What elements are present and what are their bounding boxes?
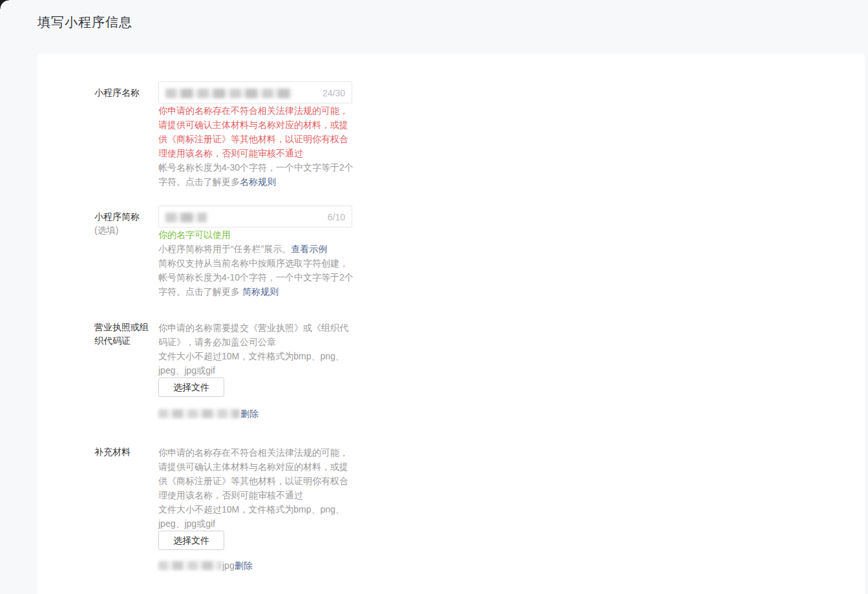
form-row-name: 小程序名称 24/30 你申请的名称存在不符合相关法律法规的可能，请提供可确认主… bbox=[94, 81, 865, 189]
supplement-filename-suffix: jpg bbox=[222, 558, 235, 573]
license-choose-file-button[interactable]: 选择文件 bbox=[158, 377, 224, 397]
form-card: 小程序名称 24/30 你申请的名称存在不符合相关法律法规的可能，请提供可确认主… bbox=[37, 54, 865, 594]
short-name-optional-label: (选填) bbox=[94, 224, 153, 237]
short-name-help-line2: 简称仅支持从当前名称中按顺序选取字符创建，帐号简称长度为4-10个字符，一个中文… bbox=[158, 256, 354, 299]
license-desc-2: 文件大小不超过10M，文件格式为bmp、png、jpeg、jpg或gif bbox=[158, 349, 354, 377]
short-name-help-line1: 小程序简称将用于“任务栏”展示。查看示例 bbox=[158, 242, 354, 256]
form-row-license: 营业执照或组织代码证 你申请的名称需要提交《营业执照》或《组织代码证》，请务必加… bbox=[94, 321, 865, 421]
short-name-rules-link[interactable]: 简称规则 bbox=[242, 286, 279, 297]
short-name-input[interactable]: 6/10 bbox=[158, 206, 352, 228]
supplement-delete-link[interactable]: 删除 bbox=[235, 558, 253, 573]
supplement-uploaded-file-row: jpg 删除 bbox=[158, 558, 354, 573]
supplement-filename-redacted bbox=[158, 561, 222, 570]
supplement-desc-2: 文件大小不超过10M，文件格式为bmp、png、jpeg、jpg或gif bbox=[158, 502, 354, 531]
miniprogram-info-form: 小程序名称 24/30 你申请的名称存在不符合相关法律法规的可能，请提供可确认主… bbox=[37, 54, 865, 573]
license-desc-1: 你申请的名称需要提交《营业执照》或《组织代码证》，请务必加盖公司公章 bbox=[158, 321, 354, 349]
license-label-col: 营业执照或组织代码证 bbox=[94, 321, 158, 421]
name-rules-link[interactable]: 名称规则 bbox=[240, 176, 276, 187]
license-uploaded-file-row: 删除 bbox=[158, 407, 354, 421]
short-name-input-redacted-value bbox=[165, 213, 207, 222]
form-row-supplement: 补充材料 你申请的名称存在不符合相关法律法规的可能，请提供可确认主体材料与名称对… bbox=[94, 445, 865, 573]
supplement-field-label: 补充材料 bbox=[94, 445, 153, 459]
name-field-label: 小程序名称 bbox=[94, 81, 153, 100]
short-name-success-message: 你的名字可以使用 bbox=[158, 228, 354, 242]
license-delete-link[interactable]: 删除 bbox=[240, 407, 259, 421]
license-field-label: 营业执照或组织代码证 bbox=[94, 321, 153, 348]
supplement-desc-1: 你申请的名称存在不符合相关法律法规的可能，请提供可确认主体材料与名称对应的材料，… bbox=[158, 445, 354, 502]
license-filename-redacted bbox=[158, 409, 240, 418]
name-input[interactable]: 24/30 bbox=[158, 81, 352, 103]
supplement-choose-file-button[interactable]: 选择文件 bbox=[158, 531, 224, 550]
name-error-message: 你申请的名称存在不符合相关法律法规的可能，请提供可确认主体材料与名称对应的材料，… bbox=[158, 103, 354, 160]
name-char-counter: 24/30 bbox=[323, 88, 345, 98]
page-title: 填写小程序信息 bbox=[37, 14, 132, 31]
view-example-link[interactable]: 查看示例 bbox=[291, 244, 327, 254]
supplement-label-col: 补充材料 bbox=[94, 445, 158, 573]
short-name-char-counter: 6/10 bbox=[328, 212, 345, 222]
short-name-field-label: 小程序简称 bbox=[94, 206, 153, 224]
short-name-label-col: 小程序简称 (选填) bbox=[94, 206, 158, 299]
name-help-text: 帐号名称长度为4-30个字符，一个中文字等于2个字符。点击了解更多名称规则 bbox=[158, 160, 354, 189]
name-label-col: 小程序名称 bbox=[94, 81, 158, 189]
form-row-short-name: 小程序简称 (选填) 6/10 你的名字可以使用 小程序简称将用于“任务栏”展示… bbox=[94, 206, 865, 299]
window-corner bbox=[0, 0, 9, 9]
name-input-redacted-value bbox=[165, 89, 292, 98]
